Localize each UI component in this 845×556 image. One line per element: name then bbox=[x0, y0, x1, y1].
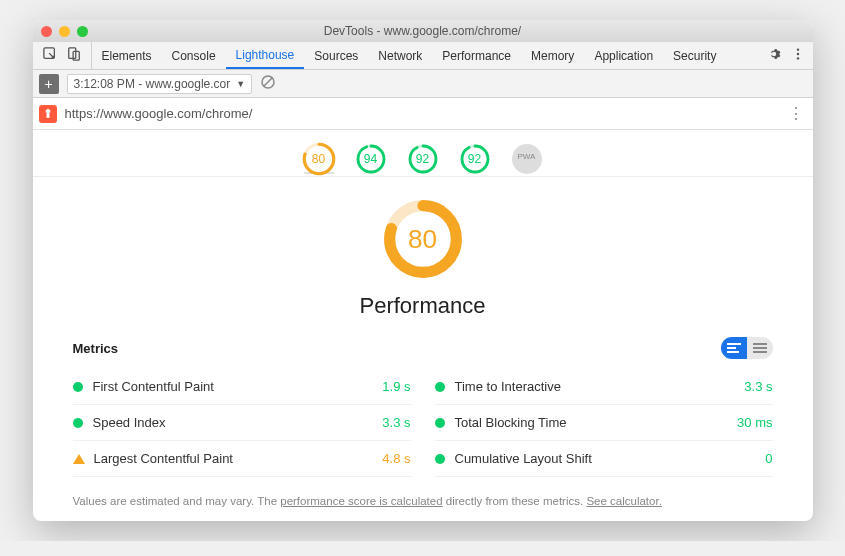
calculator-link[interactable]: See calculator. bbox=[586, 495, 661, 507]
svg-rect-23 bbox=[753, 351, 767, 353]
performance-gauge: 80 bbox=[383, 199, 463, 279]
metric-value: 4.8 s bbox=[382, 451, 410, 466]
metric-value: 3.3 s bbox=[744, 379, 772, 394]
gear-icon[interactable] bbox=[767, 47, 781, 64]
window-controls bbox=[41, 26, 88, 37]
svg-point-4 bbox=[796, 53, 798, 55]
metrics-panel: Metrics First Contentful Paint1.9 sTime … bbox=[33, 323, 813, 487]
score-gauge-1[interactable]: 94 bbox=[356, 144, 386, 174]
clear-icon[interactable] bbox=[260, 74, 276, 93]
report-selector[interactable]: 3:12:08 PM - www.google.cor ▼ bbox=[67, 74, 253, 94]
tab-console[interactable]: Console bbox=[162, 42, 226, 69]
devtools-toolbar: ElementsConsoleLighthouseSourcesNetworkP… bbox=[33, 42, 813, 70]
view-compact-icon[interactable] bbox=[747, 337, 773, 359]
metric-value: 3.3 s bbox=[382, 415, 410, 430]
svg-rect-19 bbox=[727, 347, 736, 349]
svg-rect-20 bbox=[727, 351, 739, 353]
lighthouse-toolbar: + 3:12:08 PM - www.google.cor ▼ bbox=[33, 70, 813, 98]
report-menu-icon[interactable]: ⋮ bbox=[788, 104, 803, 123]
title-bar: DevTools - www.google.com/chrome/ bbox=[33, 20, 813, 42]
score-gauge-pwa[interactable]: PWA bbox=[512, 144, 542, 174]
svg-point-3 bbox=[796, 48, 798, 50]
metric-row: Cumulative Layout Shift0 bbox=[435, 441, 773, 477]
report-selector-label: 3:12:08 PM - www.google.cor bbox=[74, 77, 231, 91]
svg-rect-18 bbox=[727, 343, 741, 345]
metric-row: Total Blocking Time30 ms bbox=[435, 405, 773, 441]
metric-value: 0 bbox=[765, 451, 772, 466]
metric-label: First Contentful Paint bbox=[93, 379, 214, 394]
metric-value: 1.9 s bbox=[382, 379, 410, 394]
audited-url: https://www.google.com/chrome/ bbox=[65, 106, 253, 121]
score-gauge-2[interactable]: 92 bbox=[408, 144, 438, 174]
metric-label: Largest Contentful Paint bbox=[94, 451, 233, 466]
performance-score: 80 bbox=[383, 199, 463, 279]
chevron-down-icon: ▼ bbox=[236, 79, 245, 89]
svg-rect-1 bbox=[68, 48, 75, 59]
maximize-icon[interactable] bbox=[77, 26, 88, 37]
performance-section: 80 Performance bbox=[33, 177, 813, 323]
window-title: DevTools - www.google.com/chrome/ bbox=[33, 24, 813, 38]
metric-label: Cumulative Layout Shift bbox=[455, 451, 592, 466]
svg-point-5 bbox=[796, 57, 798, 59]
svg-rect-21 bbox=[753, 343, 767, 345]
pass-icon bbox=[73, 382, 83, 392]
tab-security[interactable]: Security bbox=[663, 42, 726, 69]
kebab-icon[interactable] bbox=[791, 47, 805, 64]
pass-icon bbox=[73, 418, 83, 428]
metric-label: Speed Index bbox=[93, 415, 166, 430]
devtools-window: DevTools - www.google.com/chrome/ Elemen… bbox=[33, 20, 813, 521]
inspect-icon[interactable] bbox=[43, 47, 57, 64]
device-icon[interactable] bbox=[67, 47, 81, 64]
metric-row: Speed Index3.3 s bbox=[73, 405, 411, 441]
tab-memory[interactable]: Memory bbox=[521, 42, 584, 69]
tab-sources[interactable]: Sources bbox=[304, 42, 368, 69]
pass-icon bbox=[435, 418, 445, 428]
tab-elements[interactable]: Elements bbox=[92, 42, 162, 69]
tab-lighthouse[interactable]: Lighthouse bbox=[226, 42, 305, 69]
metric-label: Total Blocking Time bbox=[455, 415, 567, 430]
warning-icon bbox=[73, 454, 85, 464]
metric-row: First Contentful Paint1.9 s bbox=[73, 369, 411, 405]
tab-network[interactable]: Network bbox=[368, 42, 432, 69]
metric-label: Time to Interactive bbox=[455, 379, 561, 394]
metric-row: Time to Interactive3.3 s bbox=[435, 369, 773, 405]
close-icon[interactable] bbox=[41, 26, 52, 37]
pass-icon bbox=[435, 382, 445, 392]
metric-row: Largest Contentful Paint4.8 s bbox=[73, 441, 411, 477]
metric-value: 30 ms bbox=[737, 415, 772, 430]
score-gauge-3[interactable]: 92 bbox=[460, 144, 490, 174]
url-bar: https://www.google.com/chrome/ ⋮ bbox=[33, 98, 813, 130]
svg-line-7 bbox=[264, 78, 272, 86]
svg-rect-22 bbox=[753, 347, 767, 349]
metrics-footnote: Values are estimated and may vary. The p… bbox=[33, 487, 813, 521]
view-expanded-icon[interactable] bbox=[721, 337, 747, 359]
minimize-icon[interactable] bbox=[59, 26, 70, 37]
score-gauge-0[interactable]: 80 bbox=[304, 144, 334, 174]
category-score-tabs: 80949292PWA bbox=[33, 130, 813, 177]
tab-performance[interactable]: Performance bbox=[432, 42, 521, 69]
lighthouse-icon bbox=[39, 105, 57, 123]
new-report-button[interactable]: + bbox=[39, 74, 59, 94]
score-calc-link[interactable]: performance score is calculated bbox=[280, 495, 442, 507]
pass-icon bbox=[435, 454, 445, 464]
metrics-view-toggle[interactable] bbox=[721, 337, 773, 359]
metrics-heading: Metrics bbox=[73, 341, 119, 356]
category-title: Performance bbox=[33, 293, 813, 319]
tab-application[interactable]: Application bbox=[584, 42, 663, 69]
